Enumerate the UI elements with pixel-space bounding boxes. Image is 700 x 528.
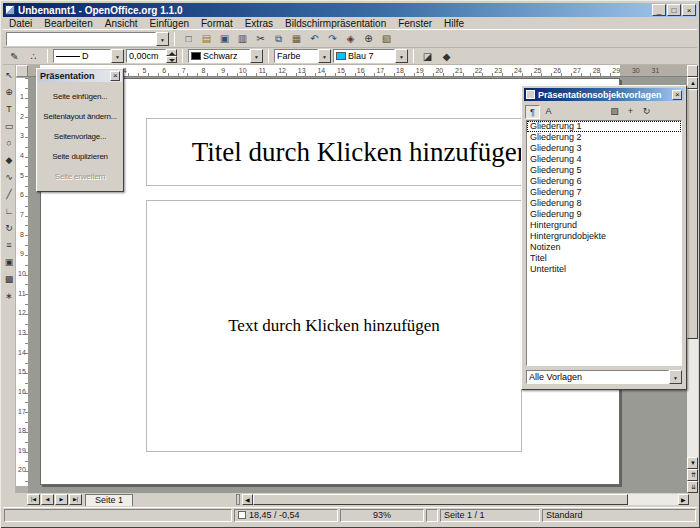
previous-page-scroll-icon[interactable] (687, 469, 698, 481)
save-document-icon[interactable]: ▣ (216, 31, 233, 47)
scrollbar-option-button[interactable] (687, 65, 698, 77)
tab-splitter[interactable] (236, 494, 240, 505)
style-list-item[interactable]: Titel (527, 253, 681, 264)
rotate-tool-icon[interactable]: ↻ (3, 219, 16, 236)
menu-item[interactable]: Ansicht (99, 17, 144, 30)
horizontal-ruler[interactable]: 1234567891011121314151617181920212223242… (28, 65, 687, 77)
status-zoom-field[interactable]: 93% (340, 509, 424, 522)
style-list-item[interactable]: Gliederung 3 (527, 143, 681, 154)
menu-item[interactable]: Extras (239, 17, 279, 30)
3d-effects-icon[interactable]: ◆ (438, 48, 455, 64)
select-tool-icon[interactable]: ↖ (3, 66, 16, 83)
url-combo-arrow-icon[interactable] (156, 32, 169, 46)
new-style-from-selection-icon[interactable]: + (623, 105, 638, 119)
palette-command[interactable]: Seitenvorlage... (38, 126, 122, 146)
style-filter-arrow-icon[interactable] (669, 370, 682, 384)
fill-color-arrow-icon[interactable] (395, 49, 408, 63)
style-list-item[interactable]: Gliederung 5 (527, 165, 681, 176)
palette-command[interactable]: Seite duplizieren (38, 146, 122, 166)
style-list-item[interactable]: Gliederung 7 (527, 187, 681, 198)
line-color-arrow-icon[interactable] (250, 49, 263, 63)
graphic-styles-icon[interactable]: A (541, 105, 556, 119)
menu-item[interactable]: Datei (3, 17, 38, 30)
text-placeholder[interactable]: Text durch Klicken hinzufügen (146, 200, 522, 452)
line-width-increase-icon[interactable] (166, 49, 177, 56)
presentation-palette-titlebar[interactable]: Präsentation (38, 70, 122, 82)
zoom-tool-icon[interactable]: ⊕ (3, 83, 16, 100)
menu-item[interactable]: Format (195, 17, 239, 30)
scroll-down-icon[interactable] (687, 457, 698, 469)
shadow-icon[interactable]: ◪ (419, 48, 436, 64)
menu-item[interactable]: Einfügen (144, 17, 195, 30)
style-list-item[interactable]: Notizen (527, 242, 681, 253)
scroll-left-icon[interactable] (242, 494, 253, 505)
title-placeholder[interactable]: Titel durch Klicken hinzufügen (146, 118, 576, 186)
edit-points-icon[interactable]: ✎ (6, 48, 23, 64)
vertical-ruler[interactable]: 1234567891011121314151617181920 (16, 77, 28, 493)
text-tool-icon[interactable]: T (3, 100, 16, 117)
line-style-arrow-icon[interactable] (111, 49, 124, 63)
status-style-field[interactable]: Standard (542, 509, 696, 522)
insert-tool-icon[interactable]: ▩ (3, 270, 16, 287)
close-button[interactable]: × (682, 4, 696, 16)
fill-format-mode-icon[interactable]: ▨ (607, 105, 622, 119)
horizontal-scroll-thumb[interactable] (253, 494, 628, 505)
style-list-item[interactable]: Gliederung 1 (527, 121, 681, 132)
stylist-titlebar[interactable]: Präsentationsobjektvorlagen (524, 88, 684, 101)
horizontal-scroll-track[interactable] (253, 494, 678, 505)
scroll-up-icon[interactable] (687, 77, 698, 89)
open-document-icon[interactable]: ▤ (198, 31, 215, 47)
arrange-tool-icon[interactable]: ▣ (3, 253, 16, 270)
new-document-icon[interactable]: □ (180, 31, 197, 47)
style-list-item[interactable]: Gliederung 4 (527, 154, 681, 165)
style-list-item[interactable]: Gliederung 9 (527, 209, 681, 220)
url-input[interactable] (6, 32, 156, 46)
line-width-decrease-icon[interactable] (166, 56, 177, 63)
next-page-scroll-icon[interactable] (687, 481, 698, 493)
undo-icon[interactable]: ↶ (306, 31, 323, 47)
previous-page-button[interactable]: ◀ (41, 494, 54, 505)
redo-icon[interactable]: ↷ (324, 31, 341, 47)
rectangle-tool-icon[interactable]: ▭ (3, 117, 16, 134)
style-list-item[interactable]: Gliederung 6 (527, 176, 681, 187)
fill-type-arrow-icon[interactable] (318, 49, 331, 63)
palette-close-icon[interactable] (110, 71, 120, 81)
palette-command[interactable]: Seite einfügen... (38, 86, 122, 106)
menu-item[interactable]: Bildschirmpräsentation (279, 17, 392, 30)
scroll-right-icon[interactable] (678, 494, 689, 505)
connectors-tool-icon[interactable]: ∟ (3, 202, 16, 219)
copy-icon[interactable]: ⧉ (270, 31, 287, 47)
palette-command[interactable]: Seitenlayout ändern... (38, 106, 122, 126)
ellipse-tool-icon[interactable]: ○ (3, 134, 16, 151)
style-list-item[interactable]: Gliederung 8 (527, 198, 681, 209)
gallery-icon[interactable]: ▧ (378, 31, 395, 47)
horizontal-scrollbar[interactable] (242, 494, 689, 505)
zoom-icon[interactable]: ⊕ (360, 31, 377, 47)
maximize-button[interactable]: □ (667, 4, 681, 16)
first-page-button[interactable]: |◀ (27, 494, 40, 505)
vertical-scroll-track[interactable] (687, 89, 698, 457)
style-list-item[interactable]: Gliederung 2 (527, 132, 681, 143)
style-list-item[interactable]: Untertitel (527, 264, 681, 275)
glue-points-icon[interactable]: ∴ (25, 48, 42, 64)
style-list[interactable]: Gliederung 1Gliederung 2Gliederung 3Glie… (526, 120, 682, 366)
page-tab[interactable]: Seite 1 (85, 494, 133, 506)
lines-arrows-tool-icon[interactable]: ╱ (3, 185, 16, 202)
menu-item[interactable]: Bearbeiten (38, 17, 98, 30)
last-page-button[interactable]: ▶| (69, 494, 82, 505)
next-page-button[interactable]: ▶ (55, 494, 68, 505)
style-list-item[interactable]: Hintergrundobjekte (527, 231, 681, 242)
update-style-icon[interactable]: ↻ (639, 105, 654, 119)
line-width-input[interactable] (126, 49, 166, 63)
vertical-scroll-thumb[interactable] (687, 89, 698, 339)
effects-tool-icon[interactable]: ∗ (3, 287, 16, 304)
curve-tool-icon[interactable]: ∿ (3, 168, 16, 185)
style-list-item[interactable]: Hintergrund (527, 220, 681, 231)
alignment-tool-icon[interactable]: ≡ (3, 236, 16, 253)
3d-objects-tool-icon[interactable]: ◆ (3, 151, 16, 168)
print-icon[interactable]: ▥ (234, 31, 251, 47)
presentation-styles-icon[interactable]: ¶ (525, 105, 540, 119)
vertical-scrollbar[interactable] (687, 65, 698, 493)
navigator-icon[interactable]: ◈ (342, 31, 359, 47)
paste-icon[interactable]: ▦ (288, 31, 305, 47)
